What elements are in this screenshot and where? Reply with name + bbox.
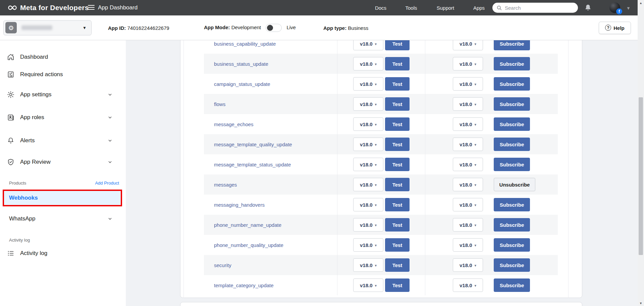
field-link[interactable]: flows	[214, 101, 225, 107]
add-product-link[interactable]: Add Product	[95, 181, 119, 186]
version-dropdown[interactable]: v18.0▾	[353, 97, 383, 111]
app-selector-dropdown[interactable]: ⚙ ▼	[3, 20, 92, 35]
version-dropdown[interactable]: v18.0▾	[353, 77, 383, 91]
test-button[interactable]: Test	[385, 40, 410, 50]
subscribe-button[interactable]: Subscribe	[494, 117, 530, 131]
version-dropdown[interactable]: v18.0▾	[453, 117, 483, 131]
sidebar-label: Activity log	[20, 250, 47, 257]
webhook-field-row: template_category_updatev18.0▾Testv18.0▾…	[204, 275, 558, 295]
field-link[interactable]: business_capability_update	[214, 41, 276, 47]
menu-icon[interactable]	[88, 5, 95, 10]
test-button[interactable]: Test	[385, 258, 410, 272]
sidebar-item-activity-log[interactable]: Activity log	[0, 246, 126, 261]
version-value: v18.0	[460, 182, 472, 188]
field-link[interactable]: message_echoes	[214, 121, 254, 127]
sidebar-item-dashboard[interactable]: Dashboard	[0, 50, 126, 64]
version-dropdown[interactable]: v18.0▾	[453, 77, 483, 91]
notifications-bell-icon[interactable]	[584, 4, 592, 12]
version-dropdown[interactable]: v18.0▾	[353, 158, 383, 171]
scroll-up-icon[interactable]: ▲	[638, 0, 644, 6]
scroll-down-icon[interactable]: ▼	[638, 300, 644, 306]
version-dropdown[interactable]: v18.0▾	[453, 218, 483, 232]
search-input[interactable]	[505, 5, 569, 11]
version-dropdown[interactable]: v18.0▾	[353, 117, 383, 131]
subscribe-button[interactable]: Subscribe	[494, 198, 530, 211]
test-button[interactable]: Test	[385, 278, 410, 292]
version-dropdown[interactable]: v18.0▾	[453, 278, 483, 292]
version-dropdown[interactable]: v18.0▾	[353, 57, 383, 70]
subscribe-button[interactable]: Subscribe	[494, 258, 530, 272]
subscribe-button[interactable]: Subscribe	[494, 40, 530, 50]
subscribe-button[interactable]: Subscribe	[494, 278, 530, 292]
version-dropdown[interactable]: v18.0▾	[453, 40, 483, 50]
field-link[interactable]: message_template_status_update	[214, 162, 291, 167]
meta-logo[interactable]: Meta for Developers	[7, 0, 89, 15]
test-button[interactable]: Test	[385, 138, 410, 151]
field-link[interactable]: template_category_update	[214, 283, 274, 288]
search-box[interactable]	[492, 3, 578, 13]
account-caret-icon[interactable]: ▼	[626, 6, 631, 11]
test-button[interactable]: Test	[385, 238, 410, 252]
version-dropdown[interactable]: v18.0▾	[453, 158, 483, 171]
test-button[interactable]: Test	[385, 77, 410, 91]
app-mode-toggle[interactable]	[266, 24, 282, 32]
field-link[interactable]: campaign_status_update	[214, 81, 270, 87]
subscribe-button[interactable]: Subscribe	[494, 238, 530, 252]
help-question-icon: ?	[605, 25, 611, 31]
field-link[interactable]: phone_number_quality_update	[214, 242, 283, 248]
subscribe-button[interactable]: Subscribe	[494, 138, 530, 151]
nav-docs[interactable]: Docs	[375, 0, 386, 15]
test-button[interactable]: Test	[385, 178, 410, 191]
test-button[interactable]: Test	[385, 198, 410, 211]
field-link[interactable]: phone_number_name_update	[214, 222, 281, 228]
sidebar-item-app-settings[interactable]: App settings	[0, 87, 126, 102]
test-button[interactable]: Test	[385, 158, 410, 171]
browser-scrollbar[interactable]: ▲ ▼	[638, 0, 644, 306]
sidebar-item-app-review[interactable]: App Review	[0, 155, 126, 169]
subscribe-button[interactable]: Subscribe	[494, 218, 530, 232]
unsubscribe-button[interactable]: Unsubscribe	[494, 178, 535, 191]
scrollbar-thumb[interactable]	[639, 97, 643, 255]
field-link[interactable]: security	[214, 262, 231, 268]
version-dropdown[interactable]: v18.0▾	[453, 238, 483, 252]
subscribe-button[interactable]: Subscribe	[494, 57, 530, 70]
version-dropdown[interactable]: v18.0▾	[353, 40, 383, 50]
version-dropdown[interactable]: v18.0▾	[353, 138, 383, 151]
nav-apps[interactable]: Apps	[473, 0, 485, 15]
version-dropdown[interactable]: v18.0▾	[353, 198, 383, 211]
field-link[interactable]: message_template_quality_update	[214, 142, 292, 147]
sidebar-item-whatsapp[interactable]: WhatsApp	[0, 211, 126, 226]
subscribe-button[interactable]: Subscribe	[494, 97, 530, 111]
avatar[interactable]: f	[609, 2, 620, 13]
sidebar-label: WhatsApp	[9, 215, 35, 222]
nav-tools[interactable]: Tools	[405, 0, 417, 15]
version-dropdown[interactable]: v18.0▾	[453, 198, 483, 211]
nav-support[interactable]: Support	[437, 0, 454, 15]
webhook-field-row: business_capability_updatev18.0▾Testv18.…	[204, 40, 558, 54]
version-dropdown[interactable]: v18.0▾	[353, 218, 383, 232]
test-button[interactable]: Test	[385, 218, 410, 232]
field-link[interactable]: business_status_update	[214, 61, 268, 67]
version-dropdown[interactable]: v18.0▾	[353, 178, 383, 191]
app-mode-value: Development	[231, 24, 261, 30]
field-link[interactable]: messages	[214, 182, 237, 188]
subscribe-button[interactable]: Subscribe	[494, 158, 530, 171]
sidebar-item-app-roles[interactable]: App roles	[0, 110, 126, 125]
subscribe-button[interactable]: Subscribe	[494, 77, 530, 91]
version-dropdown[interactable]: v18.0▾	[353, 238, 383, 252]
version-dropdown[interactable]: v18.0▾	[453, 258, 483, 272]
version-dropdown[interactable]: v18.0▾	[453, 178, 483, 191]
version-dropdown[interactable]: v18.0▾	[453, 138, 483, 151]
version-dropdown[interactable]: v18.0▾	[453, 97, 483, 111]
help-button[interactable]: ? Help	[599, 21, 631, 34]
sidebar-item-required-actions[interactable]: Required actions	[0, 67, 126, 82]
sidebar-item-webhooks[interactable]: Webhooks	[4, 191, 121, 205]
sidebar-item-alerts[interactable]: Alerts	[0, 133, 126, 148]
test-button[interactable]: Test	[385, 97, 410, 111]
test-button[interactable]: Test	[385, 117, 410, 131]
version-dropdown[interactable]: v18.0▾	[353, 278, 383, 292]
field-link[interactable]: messaging_handovers	[214, 202, 265, 208]
version-dropdown[interactable]: v18.0▾	[353, 258, 383, 272]
test-button[interactable]: Test	[385, 57, 410, 70]
version-dropdown[interactable]: v18.0▾	[453, 57, 483, 70]
